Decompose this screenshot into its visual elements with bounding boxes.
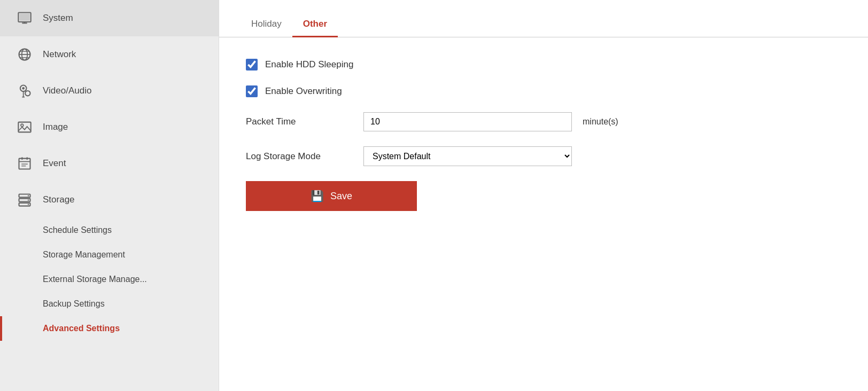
system-icon bbox=[16, 10, 33, 27]
content-area: Enable HDD Sleeping Enable Overwriting P… bbox=[219, 37, 868, 391]
log-storage-mode-row: Log Storage Mode System Default Custom bbox=[246, 146, 841, 166]
event-icon bbox=[16, 155, 33, 172]
packet-time-label: Packet Time bbox=[246, 116, 353, 127]
tab-other[interactable]: Other bbox=[292, 12, 338, 37]
svg-rect-14 bbox=[18, 122, 30, 132]
sidebar-item-network[interactable]: Network bbox=[0, 36, 219, 73]
sidebar-sub-storage-management[interactable]: Storage Management bbox=[0, 243, 219, 267]
sidebar-item-video-audio[interactable]: Video/Audio bbox=[0, 73, 219, 109]
hdd-sleeping-label: Enable HDD Sleeping bbox=[265, 59, 353, 70]
overwriting-checkbox[interactable] bbox=[246, 85, 258, 97]
save-button[interactable]: 💾 Save bbox=[246, 181, 417, 211]
overwriting-checkbox-wrapper[interactable]: Enable Overwriting bbox=[246, 85, 342, 97]
hdd-sleeping-checkbox-wrapper[interactable]: Enable HDD Sleeping bbox=[246, 59, 353, 71]
svg-point-10 bbox=[22, 87, 25, 90]
sidebar-sub-advanced-settings[interactable]: Advanced Settings bbox=[0, 316, 219, 341]
sidebar-sub-external-storage[interactable]: External Storage Manage... bbox=[0, 267, 219, 292]
sidebar-item-image[interactable]: Image bbox=[0, 109, 219, 145]
sidebar-item-storage-label: Storage bbox=[43, 194, 75, 205]
save-icon: 💾 bbox=[311, 190, 324, 202]
svg-point-11 bbox=[25, 91, 30, 96]
overwriting-row: Enable Overwriting bbox=[246, 85, 841, 97]
packet-time-input[interactable] bbox=[363, 112, 572, 131]
svg-point-15 bbox=[21, 124, 24, 127]
svg-rect-1 bbox=[20, 14, 30, 21]
hdd-sleeping-checkbox[interactable] bbox=[246, 59, 258, 71]
image-icon bbox=[16, 119, 33, 136]
main-content: Holiday Other Enable HDD Sleeping Enable… bbox=[219, 0, 868, 391]
sidebar-item-event[interactable]: Event bbox=[0, 145, 219, 182]
hdd-sleeping-row: Enable HDD Sleeping bbox=[246, 59, 841, 71]
svg-point-27 bbox=[28, 204, 29, 205]
log-storage-mode-label: Log Storage Mode bbox=[246, 151, 353, 162]
svg-point-25 bbox=[28, 195, 29, 196]
packet-time-row: Packet Time minute(s) bbox=[246, 112, 841, 131]
storage-icon bbox=[16, 191, 33, 208]
sidebar-sub-backup-settings[interactable]: Backup Settings bbox=[0, 292, 219, 316]
packet-time-unit: minute(s) bbox=[583, 117, 618, 127]
tab-holiday[interactable]: Holiday bbox=[241, 12, 292, 37]
save-label: Save bbox=[330, 191, 352, 202]
video-audio-icon bbox=[16, 82, 33, 99]
sidebar-item-storage[interactable]: Storage bbox=[0, 182, 219, 218]
svg-point-26 bbox=[28, 199, 29, 200]
log-storage-mode-select[interactable]: System Default Custom bbox=[363, 146, 572, 166]
sidebar-item-system[interactable]: System bbox=[0, 0, 219, 36]
sidebar-item-network-label: Network bbox=[43, 49, 76, 60]
sidebar-item-image-label: Image bbox=[43, 122, 68, 132]
network-icon bbox=[16, 46, 33, 63]
sidebar-item-event-label: Event bbox=[43, 158, 66, 169]
sidebar-sub-schedule-settings[interactable]: Schedule Settings bbox=[0, 218, 219, 243]
sidebar-item-system-label: System bbox=[43, 13, 73, 24]
sidebar: System Network Video/Audio bbox=[0, 0, 219, 391]
overwriting-label: Enable Overwriting bbox=[265, 86, 342, 97]
sidebar-item-video-audio-label: Video/Audio bbox=[43, 85, 91, 96]
tabs-container: Holiday Other bbox=[219, 0, 868, 37]
